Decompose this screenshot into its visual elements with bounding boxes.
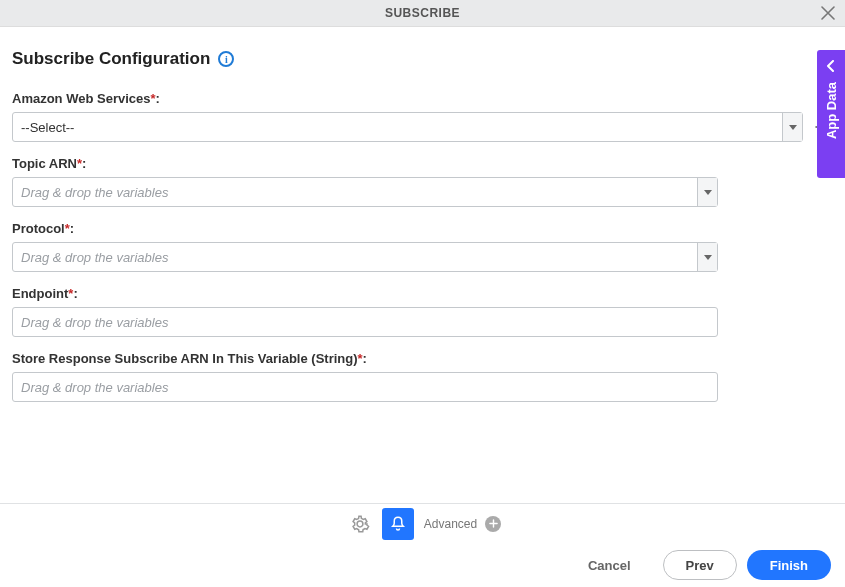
store-response-placeholder: Drag & drop the variables [21,380,168,395]
chevron-down-icon [704,255,712,260]
dialog-header: SUBSCRIBE [0,0,845,27]
protocol-caret-box [697,243,717,271]
field-endpoint: Endpoint*: Drag & drop the variables [12,286,833,337]
page-title: Subscribe Configuration [12,49,210,69]
required-marker: * [77,156,82,171]
field-label-endpoint: Endpoint*: [12,286,833,301]
topic-arn-caret-box [697,178,717,206]
finish-button[interactable]: Finish [747,550,831,580]
required-marker: * [65,221,70,236]
field-label-protocol-text: Protocol [12,221,65,236]
advanced-label: Advanced [424,517,477,531]
chevron-left-icon [826,60,836,72]
topic-arn-select[interactable]: Drag & drop the variables [12,177,718,207]
endpoint-input[interactable]: Drag & drop the variables [12,307,718,337]
app-data-label: App Data [824,82,839,139]
field-label-topic-arn: Topic ARN*: [12,156,833,171]
app-data-panel-toggle[interactable]: App Data [817,50,845,178]
required-marker: * [150,91,155,106]
endpoint-placeholder: Drag & drop the variables [21,315,168,330]
protocol-placeholder: Drag & drop the variables [21,250,168,265]
advanced-add-button[interactable] [485,516,501,532]
prev-button[interactable]: Prev [663,550,737,580]
close-icon [821,6,835,20]
aws-select[interactable]: --Select-- [12,112,803,142]
notification-step-button[interactable] [382,508,414,540]
field-aws: Amazon Web Services*: --Select-- [12,91,833,142]
field-store-response: Store Response Subscribe ARN In This Var… [12,351,833,402]
settings-step-button[interactable] [344,508,376,540]
field-label-aws: Amazon Web Services*: [12,91,833,106]
aws-select-caret-box [782,113,802,141]
chevron-down-icon [704,190,712,195]
info-icon: i [225,54,228,65]
field-label-endpoint-text: Endpoint [12,286,68,301]
aws-select-value: --Select-- [21,120,74,135]
step-toolbar: Advanced [0,503,845,543]
plus-circle-icon [489,519,498,528]
field-label-protocol: Protocol*: [12,221,833,236]
dialog-title: SUBSCRIBE [385,6,460,20]
close-button[interactable] [819,4,837,22]
field-label-store-response: Store Response Subscribe ARN In This Var… [12,351,833,366]
content-area: Subscribe Configuration i Amazon Web Ser… [0,27,845,402]
chevron-down-icon [789,125,797,130]
field-protocol: Protocol*: Drag & drop the variables [12,221,833,272]
field-label-aws-text: Amazon Web Services [12,91,150,106]
field-label-store-response-text: Store Response Subscribe ARN In This Var… [12,351,358,366]
page-title-row: Subscribe Configuration i [12,49,833,69]
topic-arn-placeholder: Drag & drop the variables [21,185,168,200]
field-label-topic-arn-text: Topic ARN [12,156,77,171]
protocol-select[interactable]: Drag & drop the variables [12,242,718,272]
dialog-footer: Cancel Prev Finish [0,543,845,587]
cancel-button[interactable]: Cancel [566,550,653,580]
field-topic-arn: Topic ARN*: Drag & drop the variables [12,156,833,207]
bell-icon [389,515,407,533]
required-marker: * [68,286,73,301]
required-marker: * [358,351,363,366]
store-response-input[interactable]: Drag & drop the variables [12,372,718,402]
gear-icon [350,514,370,534]
info-button[interactable]: i [218,51,234,67]
